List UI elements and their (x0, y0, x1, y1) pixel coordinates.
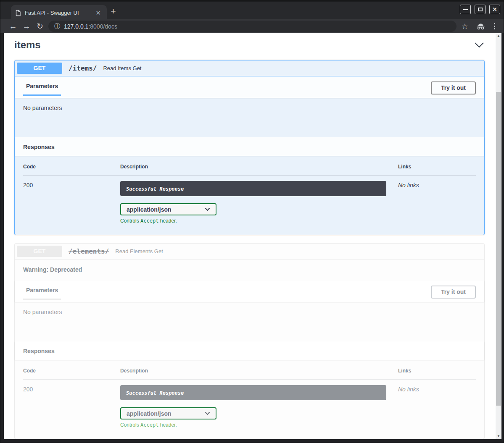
select-chevron-icon (205, 207, 210, 211)
scroll-up-icon[interactable]: ▲ (496, 33, 501, 39)
try-it-out-button[interactable]: Try it out (431, 286, 476, 299)
endpoint-summary: Read Elements Get (115, 248, 163, 254)
tab-strip: Fast API - Swagger UI ✕ + ✕ (0, 0, 504, 19)
parameters-header: Parameters Try it out (15, 280, 484, 302)
minimize-icon (463, 9, 468, 10)
parameters-header: Parameters Try it out (15, 76, 484, 98)
column-description: Description (120, 164, 398, 176)
close-icon: ✕ (493, 7, 497, 12)
response-description-box: Successful Response (120, 385, 386, 400)
tag-section-header[interactable]: items (14, 37, 485, 52)
bookmark-star-icon[interactable]: ☆ (462, 22, 468, 31)
url-text: 127.0.0.1:8000/docs (64, 23, 117, 30)
chevron-down-icon[interactable] (474, 41, 485, 49)
maximize-icon (478, 8, 483, 11)
browser-tab[interactable]: Fast API - Swagger UI ✕ (11, 5, 107, 21)
address-bar[interactable]: ⓘ 127.0.0.1:8000/docs (48, 21, 457, 32)
endpoint-path: /elements/ (69, 247, 109, 255)
tab-close-icon[interactable]: ✕ (94, 9, 103, 17)
scrollbar-thumb[interactable] (496, 92, 501, 406)
media-type-select[interactable]: application/json (120, 407, 216, 419)
endpoint-summary: Read Items Get (103, 65, 141, 71)
column-code: Code (23, 164, 120, 176)
method-badge: GET (17, 63, 62, 74)
column-links: Links (398, 368, 476, 380)
incognito-icon (476, 23, 485, 30)
no-parameters-text: No parameters (15, 98, 484, 137)
scroll-down-icon[interactable]: ▼ (496, 433, 501, 439)
responses-header: Responses (15, 137, 484, 156)
site-info-icon[interactable]: ⓘ (54, 23, 60, 30)
accept-header-note: Controls Accept header. (120, 218, 398, 224)
response-description-box: Successful Response (120, 181, 386, 196)
column-description: Description (120, 368, 398, 380)
browser-toolbar: ← → ↻ ⓘ 127.0.0.1:8000/docs ☆ (0, 19, 504, 33)
reload-icon[interactable]: ↻ (33, 22, 47, 30)
responses-table: Code Description Links 200 Successful Re… (15, 156, 484, 235)
maximize-button[interactable] (475, 5, 486, 14)
select-chevron-icon (205, 412, 210, 415)
forward-icon[interactable]: → (20, 22, 33, 30)
no-links-text: No links (398, 176, 476, 224)
page-favicon-icon (15, 10, 21, 16)
no-parameters-text: No parameters (15, 302, 484, 341)
column-links: Links (398, 164, 476, 176)
page-content: items GET /items/ Read Items Get Paramet… (4, 33, 496, 439)
close-button[interactable]: ✕ (489, 5, 500, 14)
deprecated-warning: Warning: Deprecated (15, 260, 484, 280)
response-code: 200 (23, 380, 120, 428)
minimize-button[interactable] (460, 5, 471, 14)
scrollbar[interactable]: ▲ ▼ (496, 33, 501, 439)
responses-header: Responses (15, 341, 484, 360)
media-type-select[interactable]: application/json (120, 203, 216, 215)
parameters-tab: Parameters (23, 81, 61, 96)
opblock-get-elements-deprecated: GET /elements/ Read Elements Get Warning… (14, 243, 485, 439)
response-code: 200 (23, 176, 120, 224)
no-links-text: No links (398, 380, 476, 428)
try-it-out-button[interactable]: Try it out (431, 81, 476, 94)
method-badge: GET (17, 246, 62, 257)
column-code: Code (23, 368, 120, 380)
tag-title: items (14, 39, 41, 51)
tab-title: Fast API - Swagger UI (25, 10, 90, 16)
opblock-summary[interactable]: GET /items/ Read Items Get (15, 60, 484, 76)
back-icon[interactable]: ← (6, 22, 20, 30)
endpoint-path: /items/ (69, 64, 97, 72)
browser-window: Fast API - Swagger UI ✕ + ✕ ← → ↻ ⓘ 127.… (0, 0, 504, 443)
accept-header-note: Controls Accept header. (120, 422, 398, 428)
parameters-tab: Parameters (23, 285, 61, 300)
responses-table: Code Description Links 200 Successful Re… (15, 360, 484, 439)
new-tab-button[interactable]: + (111, 7, 116, 16)
menu-kebab-icon[interactable] (493, 22, 496, 30)
tag-divider (14, 56, 485, 56)
opblock-summary[interactable]: GET /elements/ Read Elements Get (15, 244, 484, 260)
opblock-get-items: GET /items/ Read Items Get Parameters Tr… (14, 60, 485, 235)
